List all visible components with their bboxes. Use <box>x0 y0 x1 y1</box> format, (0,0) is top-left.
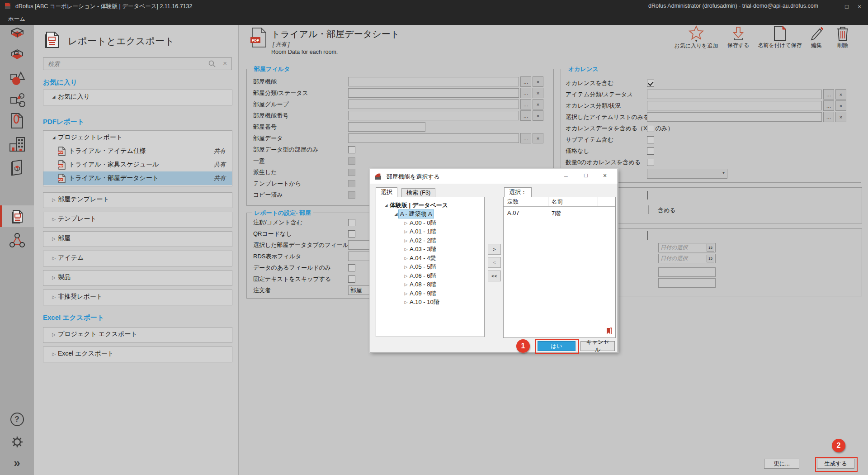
column-constant[interactable]: 定数 <box>507 197 548 206</box>
search-input[interactable] <box>47 59 207 69</box>
room-group-input[interactable] <box>348 100 519 109</box>
settings-gear-icon[interactable] <box>0 431 34 453</box>
transfer-add-button[interactable]: > <box>488 244 501 255</box>
report-item-room-datasheet-selected[interactable]: PDF トライアル・部屋データシート 共有 <box>43 171 232 185</box>
ellipsis-icon[interactable]: … <box>520 88 531 98</box>
ellipsis-icon[interactable]: … <box>520 99 531 109</box>
clear-icon[interactable]: × <box>835 112 846 122</box>
clear-icon[interactable]: × <box>835 100 846 111</box>
sidebar-rooms-icon[interactable] <box>0 25 34 47</box>
delete-button[interactable]: 削除 <box>830 25 855 49</box>
room-function-no-input[interactable] <box>348 111 519 120</box>
room-data-input[interactable] <box>348 133 519 143</box>
favorites-group[interactable]: ◢ お気に入り <box>43 90 232 105</box>
include-subitems-checkbox[interactable] <box>647 136 654 143</box>
tree-building-a[interactable]: ◢ A - 建築物 A <box>376 210 484 219</box>
group-rooms[interactable]: ▷ 部屋 <box>43 231 232 247</box>
tree-floor-a08[interactable]: ▷ A.08 - 8階 <box>376 280 484 290</box>
sidebar-attachments-icon[interactable] <box>0 110 34 132</box>
group-items[interactable]: ▷ アイテム <box>43 251 232 266</box>
add-favorite-button[interactable]: ▾ お気に入りを追加 <box>673 25 720 50</box>
dialog-minimize-button[interactable]: – <box>559 172 573 179</box>
orderer-value[interactable]: 部屋 <box>349 286 362 294</box>
menu-home[interactable]: ホーム <box>8 15 25 23</box>
tree-floor-a09[interactable]: ▷ A.09 - 9階 <box>376 289 484 298</box>
date-option-checkbox[interactable] <box>647 231 648 240</box>
no-price-checkbox[interactable] <box>647 147 654 155</box>
clear-icon[interactable]: × <box>533 133 543 143</box>
project-reports-toggle[interactable]: ◢ プロジェクトレポート <box>43 131 232 144</box>
column-name[interactable]: 名前 <box>552 197 592 206</box>
tree-root[interactable]: ◢ 体験版 | データベース <box>376 201 484 210</box>
room-status-input[interactable] <box>348 88 519 98</box>
hidden-option-checkbox[interactable] <box>647 191 648 200</box>
dialog-titlebar[interactable]: 部屋機能を選択する – □ × <box>370 169 618 184</box>
calendar-icon[interactable]: 15 <box>707 244 714 252</box>
sidebar-buildings-icon[interactable] <box>0 133 34 155</box>
selected-row-name[interactable]: 7階 <box>552 209 561 218</box>
no-qr-checkbox[interactable] <box>348 230 355 238</box>
room-number-input[interactable] <box>348 122 425 132</box>
save-as-button[interactable]: 名前を付けて保存 <box>756 25 804 49</box>
room-function-input[interactable] <box>348 77 519 86</box>
dialog-maximize-button[interactable]: □ <box>579 172 593 179</box>
sidebar-room-function-icon[interactable] <box>0 46 34 68</box>
clear-icon[interactable]: × <box>533 76 543 87</box>
tab-search[interactable]: 検索 (F3) <box>401 188 435 197</box>
group-excel-export[interactable]: ▷ Excel エクスポート <box>43 347 232 362</box>
sidebar-reports-icon[interactable] <box>0 205 34 227</box>
report-item-item-spec[interactable]: PDF トライアル・アイテム仕様 共有 <box>43 144 232 158</box>
date-from-input[interactable]: 日付の選択 15 <box>658 243 716 252</box>
ellipsis-icon[interactable]: … <box>520 76 531 87</box>
group-room-templates[interactable]: ▷ 部屋テンプレート <box>43 192 232 208</box>
ellipsis-icon[interactable]: … <box>520 133 531 143</box>
clear-icon[interactable]: × <box>835 89 846 100</box>
transfer-remove-all-button[interactable]: << <box>488 271 501 281</box>
save-button[interactable]: 保存する <box>722 25 755 49</box>
group-deprecated-reports[interactable]: ▷ 非推奨レポート <box>43 290 232 305</box>
tree-floor-a05[interactable]: ▷ A.05 - 5階 <box>376 263 484 272</box>
ellipsis-icon[interactable]: … <box>823 100 834 111</box>
extra-input-2[interactable] <box>658 278 716 288</box>
extra-input-1[interactable] <box>658 267 716 277</box>
tree-floor-a02[interactable]: ▷ A.02 - 2階 <box>376 236 484 245</box>
occurrence-dropdown[interactable]: ▾ <box>647 169 727 179</box>
tree-floor-a01[interactable]: ▷ A.01 - 1階 <box>376 228 484 237</box>
tab-select[interactable]: 選択 <box>376 187 397 197</box>
clear-icon[interactable]: × <box>533 88 543 98</box>
clear-icon[interactable]: × <box>533 99 543 109</box>
item-status-input[interactable] <box>647 90 822 99</box>
selected-row-constant[interactable]: A.07 <box>507 209 519 216</box>
window-minimize-button[interactable]: – <box>828 3 840 10</box>
report-item-furniture-schedule[interactable]: PDF トライアル・家具スケジュール 共有 <box>43 158 232 171</box>
tree-floor-a00[interactable]: ▷ A.00 - 0階 <box>376 218 484 228</box>
group-templates[interactable]: ▷ テンプレート <box>43 212 232 228</box>
group-products[interactable]: ▷ 製品 <box>43 270 232 286</box>
help-icon[interactable]: ? <box>0 408 34 430</box>
window-close-button[interactable]: × <box>854 3 865 10</box>
item-list-only-input[interactable] <box>647 112 822 122</box>
zero-qty-checkbox[interactable] <box>647 159 654 166</box>
dialog-close-button[interactable]: × <box>598 172 612 179</box>
sidebar-items-icon[interactable] <box>0 68 34 90</box>
more-button[interactable]: 更に... <box>764 459 799 469</box>
bookmark-icon[interactable] <box>606 328 612 335</box>
tree-floor-a10[interactable]: ▷ A.10 - 10階 <box>376 298 484 307</box>
cancel-button[interactable]: キャンセル <box>580 341 615 351</box>
sidebar-products-icon[interactable] <box>0 90 34 111</box>
fields-with-data-checkbox[interactable] <box>348 264 355 271</box>
ellipsis-icon[interactable]: … <box>823 112 834 122</box>
ellipsis-icon[interactable]: … <box>823 89 834 100</box>
clear-icon[interactable]: × <box>533 110 543 121</box>
search-icon[interactable] <box>208 60 216 68</box>
sidebar-links-icon[interactable] <box>0 229 34 251</box>
window-restore-button[interactable]: □ <box>841 3 853 10</box>
group-project-export[interactable]: ▷ プロジェクト エクスポート <box>43 327 232 343</box>
occurrence-status-input[interactable] <box>647 101 822 110</box>
skip-fixed-text-checkbox[interactable] <box>348 276 355 283</box>
include-occurrences-checkbox[interactable] <box>647 80 654 87</box>
expand-sidebar-icon[interactable]: » <box>0 452 34 474</box>
date-to-input[interactable]: 日付の選択 15 <box>658 254 716 263</box>
tree-floor-a03[interactable]: ▷ A.03 - 3階 <box>376 245 484 254</box>
occurrence-data-xml-checkbox[interactable] <box>647 125 654 132</box>
